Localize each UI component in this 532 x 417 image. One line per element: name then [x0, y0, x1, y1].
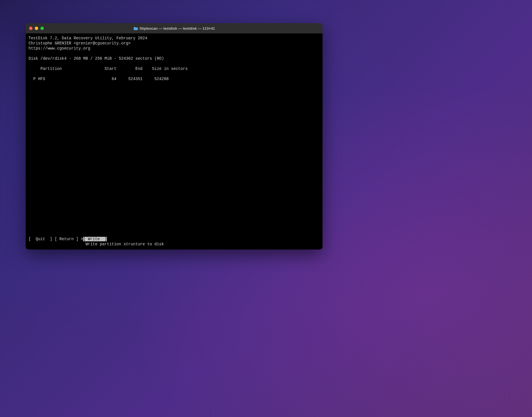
title-content: filiplescan — testdisk — testdisk — 113×… — [26, 26, 323, 31]
help-text: Write partition structure to disk — [29, 242, 320, 247]
app-header-line3: https://www.cgsecurity.org — [29, 46, 90, 51]
close-icon[interactable] — [29, 27, 33, 30]
minimize-icon[interactable] — [35, 27, 38, 30]
traffic-lights — [29, 27, 44, 30]
folder-icon — [133, 27, 138, 30]
window-title: filiplescan — testdisk — testdisk — 113×… — [140, 26, 215, 31]
return-button[interactable]: [ Return ] — [55, 237, 81, 241]
terminal-body[interactable]: TestDisk 7.2, Data Recovery Utility, Feb… — [26, 33, 323, 250]
menu-bar: [ Quit ] [ Return ] >[ Write ] Write par… — [29, 237, 320, 247]
maximize-icon[interactable] — [40, 27, 44, 30]
terminal-window: filiplescan — testdisk — testdisk — 113×… — [26, 23, 323, 250]
partition-row[interactable]: P HFS 64 524351 524288 — [29, 77, 169, 81]
partition-table-header: Partition Start End Size in sectors — [29, 66, 188, 71]
titlebar[interactable]: filiplescan — testdisk — testdisk — 113×… — [26, 23, 323, 33]
app-header-line2: Christophe GRENIER <grenier@cgsecurity.o… — [29, 41, 131, 46]
quit-button[interactable]: [ Quit ] — [29, 237, 55, 241]
write-button[interactable]: [ Write ] — [83, 237, 107, 241]
disk-info: Disk /dev/rdisk4 - 268 MB / 256 MiB - 52… — [29, 56, 164, 61]
terminal-content: TestDisk 7.2, Data Recovery Utility, Feb… — [29, 36, 320, 237]
selection-marker: > — [81, 237, 83, 241]
app-header-line1: TestDisk 7.2, Data Recovery Utility, Feb… — [29, 36, 147, 40]
